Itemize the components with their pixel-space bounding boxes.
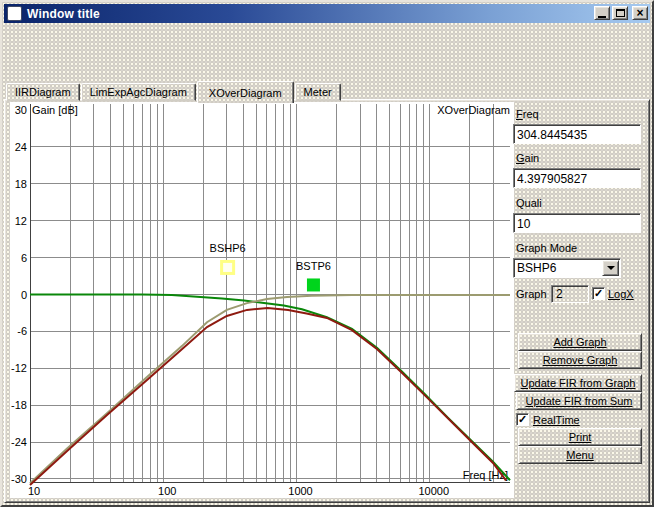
gain-input[interactable] (513, 168, 641, 188)
curve-bstp6 (30, 295, 510, 481)
close-button[interactable]: × (632, 6, 648, 20)
maximize-button[interactable] (612, 6, 628, 20)
x-tick-label: 10 (28, 485, 40, 497)
marker-label: BSHP6 (210, 242, 246, 254)
app-window: Window title × IIRDiagram LimExpAgcDiagr… (0, 0, 654, 507)
minimize-icon (598, 16, 606, 18)
y-tick-label: -12 (11, 362, 27, 374)
y-tick-label: -18 (11, 399, 27, 411)
freq-input[interactable] (513, 124, 641, 144)
add-graph-button[interactable]: Add Graph (518, 333, 642, 351)
graph-mode-dropdown-button[interactable] (602, 260, 619, 276)
freq-label: Freq (516, 108, 539, 120)
update-fir-from-sum-button[interactable]: Update FIR from Sum (516, 392, 642, 410)
chart-ylabel: Gain [dB] (32, 104, 78, 116)
xover-chart[interactable]: 3024181260-6-12-18-24-3010100100010000Ga… (10, 102, 514, 498)
y-tick-label: 18 (15, 178, 27, 190)
minimize-button[interactable] (594, 6, 610, 20)
graph-number-field: 2 (551, 285, 589, 303)
graph-label: Graph (516, 288, 547, 300)
realtime-checkbox[interactable]: ✓ (516, 413, 529, 426)
print-button[interactable]: Print (518, 428, 642, 446)
window-title: Window title (27, 7, 100, 21)
gain-label: Gain (516, 152, 539, 164)
logx-label: LogX (608, 288, 634, 300)
logx-checkbox[interactable]: ✓ (592, 287, 605, 300)
marker-bstp6[interactable] (307, 278, 320, 291)
y-tick-label: -6 (17, 325, 27, 337)
tab-limexpagcdiagram[interactable]: LimExpAgcDiagram (81, 83, 196, 101)
quali-label: Quali (516, 197, 542, 209)
tab-xoverdiagram[interactable]: XOverDiagram (197, 81, 294, 103)
x-tick-label: 100 (158, 485, 176, 497)
y-tick-label: 30 (15, 104, 27, 116)
maximize-icon (616, 9, 625, 17)
y-tick-label: 6 (21, 252, 27, 264)
tab-meter[interactable]: Meter (295, 83, 341, 101)
y-tick-label: 0 (21, 289, 27, 301)
close-icon: × (636, 8, 643, 18)
tab-iirdiagram[interactable]: IIRDiagram (6, 83, 80, 101)
x-tick-label: 1000 (288, 485, 312, 497)
graph-mode-value: BSHP6 (514, 261, 602, 275)
chart-title: XOverDiagram (437, 104, 510, 116)
marker-label: BSTP6 (296, 260, 331, 272)
title-bar[interactable]: Window title × (4, 4, 650, 23)
y-tick-label: -30 (11, 473, 27, 485)
chart-svg[interactable]: 3024181260-6-12-18-24-3010100100010000Ga… (10, 102, 514, 498)
grid (30, 104, 510, 482)
graph-mode-label: Graph Mode (516, 242, 577, 254)
curve-sum (30, 308, 506, 485)
remove-graph-button[interactable]: Remove Graph (518, 351, 642, 369)
y-tick-label: 24 (15, 141, 27, 153)
update-fir-from-graph-button[interactable]: Update FIR from Graph (514, 374, 642, 392)
curve-bshp6 (30, 295, 510, 483)
graph-mode-combobox[interactable]: BSHP6 (513, 258, 621, 278)
check-icon: ✓ (594, 288, 603, 299)
check-icon: ✓ (518, 414, 527, 425)
app-icon (7, 6, 22, 21)
marker-bshp6[interactable] (222, 261, 234, 273)
quali-input[interactable] (513, 213, 641, 233)
y-tick-label: 12 (15, 215, 27, 227)
realtime-label: RealTime (533, 414, 580, 426)
menu-button[interactable]: Menu (518, 446, 642, 464)
chevron-down-icon (607, 266, 615, 270)
y-tick-label: -24 (11, 436, 27, 448)
x-tick-label: 10000 (418, 485, 449, 497)
tab-strip: IIRDiagram LimExpAgcDiagram XOverDiagram… (6, 79, 342, 101)
